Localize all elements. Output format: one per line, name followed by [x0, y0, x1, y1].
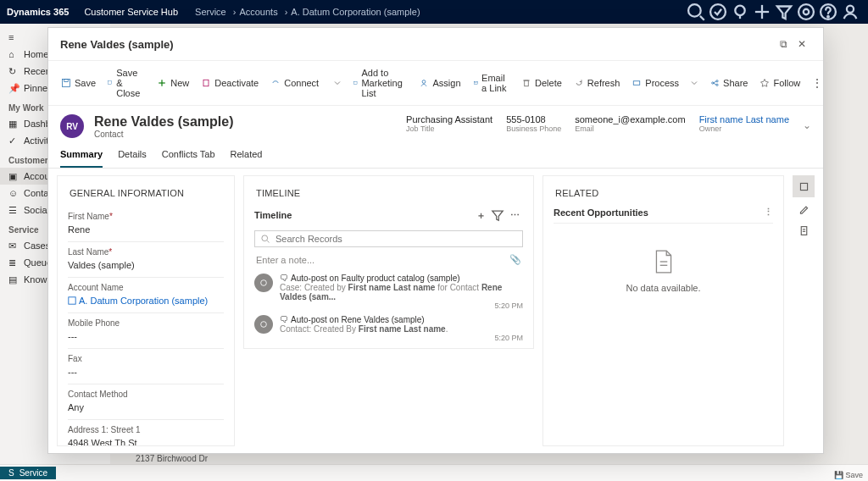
- close-icon[interactable]: ✕: [793, 35, 811, 53]
- related-section: RELATED Recent Opportunities ⋮ No data a…: [542, 175, 784, 446]
- field-firstname[interactable]: First Name* Rene: [68, 207, 224, 242]
- refresh-button[interactable]: Refresh: [568, 75, 626, 91]
- svg-point-30: [261, 280, 267, 286]
- breadcrumb[interactable]: Service: [195, 7, 226, 17]
- more-icon[interactable]: ⋯: [506, 207, 523, 224]
- module-name[interactable]: Customer Service Hub: [84, 7, 178, 17]
- svg-point-0: [688, 4, 701, 17]
- timeline-search-input[interactable]: [275, 234, 517, 244]
- svg-point-19: [423, 80, 426, 84]
- system-icon: [254, 274, 273, 292]
- note-icon: 🗨: [280, 274, 288, 283]
- save-indicator[interactable]: 💾 Save: [834, 471, 863, 479]
- process-dropdown[interactable]: [685, 75, 704, 91]
- save-close-button[interactable]: Save & Close: [102, 64, 151, 102]
- chevron-down-icon[interactable]: ⌄: [803, 114, 811, 131]
- header-field-owner[interactable]: First name Last nameOwner: [699, 114, 789, 133]
- section-title: TIMELINE: [254, 185, 523, 207]
- field-mobile[interactable]: Mobile Phone ---: [68, 313, 224, 349]
- attachment-icon[interactable]: 📎: [509, 254, 521, 265]
- record-modal: Rene Valdes (sample) ⧉ ✕ Save Save & Clo…: [47, 27, 824, 454]
- header-field-businessphone[interactable]: 555-0108Business Phone: [506, 114, 561, 133]
- user-icon[interactable]: [839, 0, 861, 24]
- field-contactmethod[interactable]: Contact Method Any: [68, 384, 224, 420]
- process-button[interactable]: Process: [626, 75, 685, 91]
- timeline-item[interactable]: 🗨Auto-post on Faulty product catalog (sa…: [254, 274, 523, 310]
- svg-point-26: [716, 84, 718, 86]
- connect-dropdown[interactable]: [328, 75, 347, 91]
- gear-icon[interactable]: [795, 0, 817, 24]
- bg-row-addr: 2137 Birchwood Dr: [136, 454, 208, 463]
- brand: Dynamics 365: [7, 7, 69, 17]
- follow-button[interactable]: Follow: [754, 75, 806, 91]
- svg-rect-18: [353, 81, 357, 84]
- timeline-note-input[interactable]: Enter a note... 📎: [254, 247, 523, 274]
- lightbulb-icon[interactable]: [729, 0, 751, 24]
- assign-button[interactable]: Assign: [413, 75, 466, 91]
- tab-conflicts[interactable]: Conflicts Tab: [162, 144, 215, 168]
- new-button[interactable]: New: [151, 75, 195, 91]
- note-icon: 🗨: [280, 315, 288, 324]
- svg-point-10: [827, 16, 829, 18]
- field-fax[interactable]: Fax ---: [68, 349, 224, 384]
- svg-rect-35: [801, 226, 807, 235]
- help-icon[interactable]: [817, 0, 839, 24]
- file-icon: [653, 249, 675, 274]
- rail-doc-icon[interactable]: [793, 219, 815, 241]
- email-link-button[interactable]: Email a Link: [467, 69, 516, 97]
- svg-rect-13: [64, 80, 69, 82]
- area-switcher[interactable]: SService: [0, 467, 56, 479]
- breadcrumb[interactable]: A. Datum Corporation (sample): [291, 7, 420, 17]
- svg-point-11: [847, 6, 854, 13]
- timeline-section: TIMELINE Timeline ＋ ⋯ Enter a note... 📎: [243, 175, 534, 349]
- search-icon[interactable]: [685, 0, 707, 24]
- rail-edit-icon[interactable]: [793, 197, 815, 219]
- add-marketing-button[interactable]: Add to Marketing List: [347, 64, 413, 102]
- svg-point-28: [262, 235, 268, 241]
- breadcrumb[interactable]: Accounts: [239, 7, 277, 17]
- modal-header: Rene Valdes (sample) ⧉ ✕: [48, 28, 823, 61]
- rail-assistant-icon[interactable]: [793, 175, 815, 197]
- record-header: RV Rene Valdes (sample) Contact Purchasi…: [48, 106, 823, 144]
- field-lastname[interactable]: Last Name* Valdes (sample): [68, 242, 224, 278]
- tab-details[interactable]: Details: [118, 144, 147, 168]
- svg-line-29: [267, 240, 269, 242]
- filter-icon[interactable]: [489, 207, 506, 224]
- timeline-item[interactable]: 🗨Auto-post on Rene Valdes (sample) Conta…: [254, 315, 523, 342]
- svg-point-2: [710, 4, 726, 19]
- filter-icon[interactable]: [773, 0, 795, 24]
- save-button[interactable]: Save: [55, 75, 102, 91]
- popout-icon[interactable]: ⧉: [774, 35, 793, 53]
- more-icon[interactable]: ⋮: [764, 207, 773, 218]
- related-subtitle: Recent Opportunities: [554, 207, 648, 218]
- deactivate-button[interactable]: Deactivate: [195, 75, 264, 91]
- plus-icon[interactable]: [751, 0, 773, 24]
- add-icon[interactable]: ＋: [472, 207, 489, 224]
- field-accountname[interactable]: Account Name A. Datum Corporation (sampl…: [68, 278, 224, 313]
- global-nav: Dynamics 365 Customer Service Hub Servic…: [0, 0, 868, 24]
- delete-button[interactable]: Delete: [515, 75, 568, 91]
- svg-point-3: [735, 6, 744, 15]
- record-type: Contact: [94, 130, 234, 139]
- tab-related[interactable]: Related: [231, 144, 263, 168]
- svg-rect-21: [525, 80, 529, 86]
- assistant-rail: [793, 175, 815, 446]
- svg-point-24: [712, 82, 714, 84]
- header-field-email[interactable]: someone_i@example.comEmail: [575, 114, 685, 133]
- header-field-jobtitle[interactable]: Purchasing AssistantJob Title: [406, 114, 492, 133]
- command-bar: Save Save & Close New Deactivate Connect…: [48, 61, 823, 106]
- bottom-bar: SService: [0, 464, 868, 481]
- connect-button[interactable]: Connect: [264, 75, 325, 91]
- search-icon: [260, 234, 270, 244]
- general-info-section: GENERAL INFORMATION First Name* Rene Las…: [57, 175, 235, 446]
- timeline-search[interactable]: [254, 230, 523, 247]
- share-button[interactable]: Share: [704, 75, 754, 91]
- record-name: Rene Valdes (sample): [94, 114, 234, 130]
- tab-summary[interactable]: Summary: [60, 144, 103, 168]
- task-icon[interactable]: [707, 0, 729, 24]
- form-tabs: Summary Details Conflicts Tab Related: [48, 144, 823, 169]
- section-title: GENERAL INFORMATION: [68, 185, 224, 207]
- avatar: RV: [60, 114, 84, 138]
- more-commands-icon[interactable]: ⋮: [806, 73, 828, 93]
- field-address1[interactable]: Address 1: Street 1 4948 West Th St: [68, 420, 224, 446]
